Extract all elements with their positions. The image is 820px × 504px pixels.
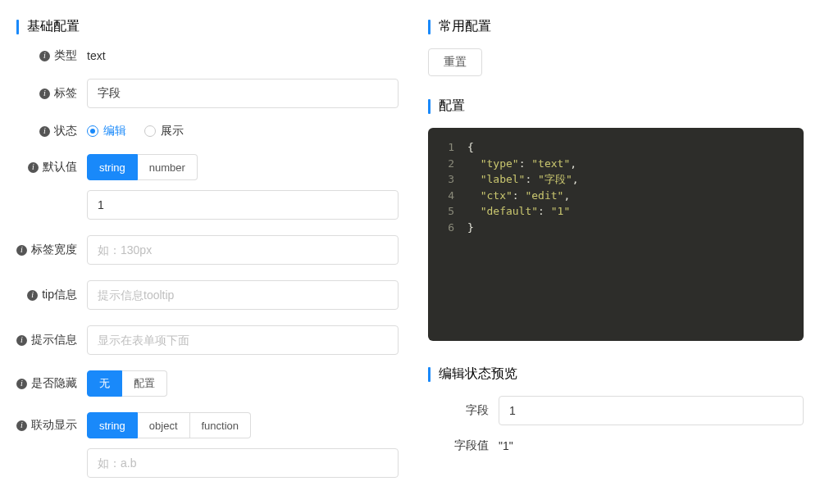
code-line: 2 "type": "text",	[440, 156, 804, 172]
label-hidden: i 是否隐藏	[16, 376, 87, 391]
info-icon: i	[39, 126, 50, 137]
radio-state-show[interactable]: 展示	[144, 124, 184, 138]
input-tip[interactable]	[87, 280, 399, 310]
info-icon: i	[39, 89, 50, 99]
info-icon: i	[16, 379, 27, 389]
row-default: i 默认值 string number	[16, 154, 399, 220]
value-type: text	[87, 49, 399, 62]
radio-state-edit[interactable]: 编辑	[87, 124, 126, 138]
info-icon: i	[16, 335, 27, 346]
seg-default-number[interactable]: number	[138, 154, 198, 180]
row-link: i 联动显示 string object function	[16, 412, 399, 478]
section-config: 配置	[428, 98, 804, 115]
input-link[interactable]	[87, 448, 399, 478]
code-line: 3 "label": "字段",	[440, 171, 804, 188]
seg-link-string[interactable]: string	[87, 412, 138, 438]
code-line: 6}	[440, 220, 804, 236]
preview-value-text: "1"	[499, 439, 804, 452]
label-default: i 默认值	[16, 154, 87, 175]
seg-hidden-none[interactable]: 无	[87, 370, 122, 397]
label-state: i 状态	[16, 124, 87, 138]
label-type: i 类型	[16, 48, 87, 63]
input-default[interactable]	[87, 190, 399, 220]
section-basic-config: 基础配置	[16, 18, 399, 35]
section-title: 基础配置	[27, 18, 80, 35]
label-labelwidth: i 标签宽度	[16, 243, 87, 257]
input-hint[interactable]	[87, 325, 399, 355]
section-common-config: 常用配置	[428, 18, 804, 35]
preview-field-label: 字段	[428, 403, 499, 418]
code-line: 4 "ctx": "edit",	[440, 188, 804, 204]
label-label: i 标签	[16, 86, 87, 101]
row-state: i 状态 编辑 展示	[16, 124, 399, 138]
reset-button[interactable]: 重置	[428, 48, 482, 76]
preview-value-row: 字段值 "1"	[428, 438, 804, 453]
info-icon: i	[28, 162, 39, 173]
section-title: 配置	[439, 98, 465, 115]
label-link: i 联动显示	[16, 412, 87, 433]
row-hint: i 提示信息	[16, 325, 399, 355]
section-title: 编辑状态预览	[439, 366, 517, 383]
section-bar	[428, 367, 430, 382]
label-hint: i 提示信息	[16, 333, 87, 347]
seg-link-function[interactable]: function	[190, 412, 252, 438]
preview-field-input[interactable]	[499, 396, 804, 425]
row-tip: i tip信息	[16, 280, 399, 310]
seg-link-object[interactable]: object	[138, 412, 190, 438]
preview-field-row: 字段	[428, 396, 804, 425]
section-bar	[428, 99, 430, 114]
seg-hidden-config[interactable]: 配置	[122, 370, 167, 397]
info-icon: i	[16, 245, 27, 256]
label-tip: i tip信息	[16, 288, 87, 302]
config-code: 1{2 "type": "text",3 "label": "字段",4 "ct…	[428, 128, 804, 341]
radio-icon	[144, 125, 156, 137]
code-line: 1{	[440, 139, 804, 156]
input-label[interactable]	[87, 79, 399, 108]
preview-value-label: 字段值	[428, 438, 499, 453]
row-type: i 类型 text	[16, 48, 399, 63]
radio-icon	[87, 125, 98, 137]
row-hidden: i 是否隐藏 无 配置	[16, 370, 399, 397]
info-icon: i	[27, 290, 38, 301]
section-bar	[428, 20, 430, 34]
row-label: i 标签	[16, 79, 399, 108]
input-labelwidth[interactable]	[87, 235, 399, 265]
info-icon: i	[39, 51, 50, 61]
info-icon: i	[16, 420, 27, 431]
section-title: 常用配置	[439, 18, 491, 35]
row-labelwidth: i 标签宽度	[16, 235, 399, 265]
seg-default-string[interactable]: string	[87, 154, 138, 180]
code-line: 5 "default": "1"	[440, 203, 804, 220]
section-bar	[16, 20, 19, 34]
section-preview: 编辑状态预览	[428, 366, 804, 383]
